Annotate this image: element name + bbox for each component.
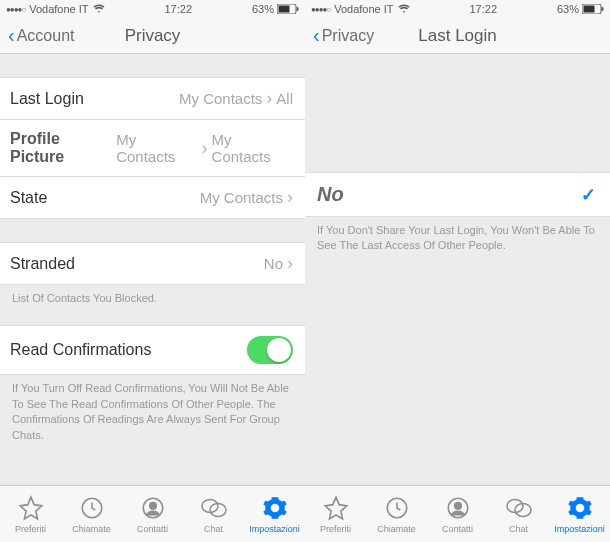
row-label: State: [10, 189, 47, 207]
tab-chiamate[interactable]: Chiamate: [61, 486, 122, 542]
phone-right: ●●●●○ Vodafone IT 17:22 63% ‹ Privacy La…: [305, 0, 610, 485]
read-confirmations-toggle[interactable]: [247, 336, 293, 364]
tab-label: Impostazioni: [554, 524, 605, 534]
row-label: Stranded: [10, 255, 75, 273]
tab-label: Preferiti: [15, 524, 46, 534]
signal-dots-icon: ●●●●○: [311, 5, 330, 14]
wifi-icon: [398, 4, 410, 14]
tab-label: Chiamate: [377, 524, 416, 534]
tab-label: Chat: [509, 524, 528, 534]
status-bar: ●●●●○ Vodafone IT 17:22 63%: [0, 0, 305, 18]
checkmark-icon: ✓: [581, 184, 596, 206]
battery-icon: [582, 4, 604, 14]
row-value: My Contacts: [200, 189, 283, 206]
battery-percent: 63%: [252, 3, 274, 15]
svg-rect-4: [584, 6, 595, 13]
star-icon: [323, 494, 349, 522]
row-read-confirmations[interactable]: Read Confirmations: [0, 325, 305, 375]
nav-bar: ‹ Privacy Last Login: [305, 18, 610, 54]
wifi-icon: [93, 4, 105, 14]
time-label: 17:22: [164, 3, 192, 15]
nav-bar: ‹ Account Privacy: [0, 18, 305, 54]
tab-contatti[interactable]: Contatti: [427, 486, 488, 542]
tab-impostazioni[interactable]: Impostazioni: [549, 486, 610, 542]
chevron-right-icon: ›: [287, 253, 293, 274]
tab-chiamate[interactable]: Chiamate: [366, 486, 427, 542]
row-value: My Contacts: [116, 131, 197, 165]
row-value: My Contacts: [179, 90, 262, 107]
svg-point-13: [454, 503, 461, 510]
chat-icon: [505, 494, 533, 522]
option-label: No: [317, 183, 344, 206]
battery-percent: 63%: [557, 3, 579, 15]
nav-back-button[interactable]: ‹ Privacy: [313, 24, 374, 47]
gear-icon: [262, 494, 288, 522]
carrier-label: Vodafone IT: [29, 3, 88, 15]
svg-rect-1: [279, 6, 290, 13]
chevron-right-icon: ›: [202, 138, 208, 159]
help-read-confirmations: If You Turn Off Read Confirmations, You …: [0, 375, 305, 451]
tab-chat[interactable]: Chat: [488, 486, 549, 542]
tab-label: Contatti: [442, 524, 473, 534]
clock-icon: [79, 494, 105, 522]
help-last-login: If You Don't Share Your Last Login, You …: [305, 217, 610, 262]
chevron-right-icon: ›: [287, 187, 293, 208]
signal-dots-icon: ●●●●○: [6, 5, 25, 14]
row-extra: All: [276, 90, 293, 107]
tab-label: Contatti: [137, 524, 168, 534]
row-state[interactable]: State My Contacts ›: [0, 176, 305, 219]
svg-point-8: [149, 503, 156, 510]
row-extra: My Contacts: [212, 131, 293, 165]
tab-label: Chiamate: [72, 524, 111, 534]
svg-rect-5: [602, 7, 604, 11]
row-stranded[interactable]: Stranded No ›: [0, 242, 305, 285]
nav-title: Privacy: [125, 26, 181, 46]
time-label: 17:22: [469, 3, 497, 15]
tab-preferiti[interactable]: Preferiti: [305, 486, 366, 542]
tab-label: Impostazioni: [249, 524, 300, 534]
tab-bar-right: Preferiti Chiamate Contatti Chat Imposta…: [305, 486, 610, 542]
tab-preferiti[interactable]: Preferiti: [0, 486, 61, 542]
carrier-label: Vodafone IT: [334, 3, 393, 15]
person-icon: [445, 494, 471, 522]
row-label: Read Confirmations: [10, 341, 151, 359]
person-icon: [140, 494, 166, 522]
nav-back-label: Account: [17, 27, 75, 45]
tab-label: Chat: [204, 524, 223, 534]
option-no[interactable]: No ✓: [305, 172, 610, 217]
nav-title: Last Login: [418, 26, 496, 46]
row-label: Last Login: [10, 90, 84, 108]
phone-left: ●●●●○ Vodafone IT 17:22 63% ‹ Account Pr…: [0, 0, 305, 485]
chat-icon: [200, 494, 228, 522]
row-value: No: [264, 255, 283, 272]
row-last-login[interactable]: Last Login My Contacts › All: [0, 77, 305, 120]
chevron-left-icon: ‹: [8, 24, 15, 47]
tab-contatti[interactable]: Contatti: [122, 486, 183, 542]
chevron-right-icon: ›: [266, 88, 272, 109]
tab-label: Preferiti: [320, 524, 351, 534]
svg-rect-2: [297, 7, 299, 11]
battery-icon: [277, 4, 299, 14]
help-blocked: List Of Contacts You Blocked.: [0, 285, 305, 314]
chevron-left-icon: ‹: [313, 24, 320, 47]
nav-back-label: Privacy: [322, 27, 374, 45]
clock-icon: [384, 494, 410, 522]
star-icon: [18, 494, 44, 522]
status-bar: ●●●●○ Vodafone IT 17:22 63%: [305, 0, 610, 18]
tab-impostazioni[interactable]: Impostazioni: [244, 486, 305, 542]
tab-chat[interactable]: Chat: [183, 486, 244, 542]
row-label: Profile Picture: [10, 130, 116, 166]
nav-back-button[interactable]: ‹ Account: [8, 24, 74, 47]
gear-icon: [567, 494, 593, 522]
row-profile-picture[interactable]: Profile Picture My Contacts › My Contact…: [0, 119, 305, 177]
tab-bar-left: Preferiti Chiamate Contatti Chat Imposta…: [0, 486, 305, 542]
